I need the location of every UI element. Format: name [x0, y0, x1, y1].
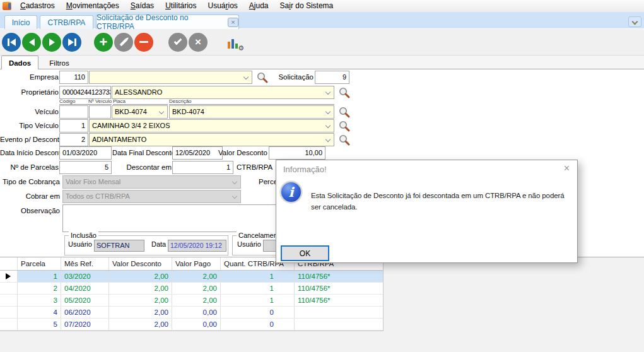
cobrar-em-label: Cobrar em: [0, 190, 60, 203]
tab-close-icon[interactable]: ×: [228, 18, 238, 27]
cancel-button[interactable]: ×: [189, 33, 208, 52]
table-row[interactable]: 3 05/2020 2,00 2,00 1 110/4756*: [0, 295, 383, 307]
tab-dados[interactable]: Dados: [1, 56, 38, 70]
data-final-field[interactable]: 12/05/2020: [172, 146, 223, 160]
evento-label: Evento p/ Desconto: [0, 133, 59, 146]
table-row[interactable]: 1 03/2020 2,00 2,00 1 110/4756*: [0, 271, 383, 283]
tipo-veiculo-search-icon[interactable]: [338, 120, 351, 132]
chevron-down-icon: [243, 74, 249, 79]
delete-button[interactable]: [134, 33, 153, 52]
grid-panel: Parcela Mês Ref. Valor Desconto Valor Pa…: [0, 257, 644, 352]
tab-solicitacao-desconto[interactable]: Solicitação de Desconto no CTRB/RPA ×: [96, 15, 239, 29]
empresa-combo[interactable]: [89, 71, 252, 84]
descontar-em-field[interactable]: 1: [172, 161, 233, 174]
inclusao-group: Inclusão Usuário SOFTRAN Data 12/05/2020…: [64, 235, 228, 255]
observacao-label: Observação: [0, 204, 60, 218]
evento-search-icon[interactable]: [338, 134, 351, 146]
edit-button[interactable]: [114, 33, 133, 52]
placa-column-label: Placa: [113, 98, 168, 105]
first-icon: [8, 38, 9, 46]
placa-combo[interactable]: BKD-4074: [112, 105, 168, 119]
num-parcelas-label: Nº de Parcelas: [0, 161, 59, 174]
descontar-em-label: Descontar em: [112, 161, 172, 174]
row-gutter: [0, 283, 18, 294]
col-parcela[interactable]: Parcela: [18, 257, 61, 270]
tab-overflow-button[interactable]: [628, 16, 641, 27]
grid-gutter-header: [0, 257, 18, 270]
chevron-down-icon: [632, 19, 638, 25]
menu-ajuda[interactable]: Ajuda: [243, 0, 274, 12]
parcelas-grid: Parcela Mês Ref. Valor Desconto Valor Pa…: [0, 257, 383, 331]
table-row[interactable]: 4 06/2020 2,00 0,00 0: [0, 307, 383, 319]
row-gutter: [0, 295, 18, 306]
proprietario-search-icon[interactable]: [338, 86, 351, 99]
tab-filtros[interactable]: Filtros: [40, 56, 79, 69]
tipo-cobranca-combo: Valor Fixo Mensal: [62, 175, 241, 189]
tipo-veiculo-code-field[interactable]: 1: [59, 119, 88, 132]
veiculo-numero-field[interactable]: [89, 105, 111, 119]
descricao-combo[interactable]: BKD-4074: [169, 105, 334, 119]
app-window: Cadastros Movimentações Saídas Utilitári…: [0, 0, 644, 352]
ctrb-rpa-label: CTRB/RPA: [237, 161, 272, 174]
evento-code-field[interactable]: 2: [59, 133, 88, 146]
chevron-down-icon: [325, 123, 331, 128]
table-row[interactable]: 5 07/2020 2,00 0,00 0: [0, 319, 383, 331]
pencil-icon: [120, 38, 128, 46]
dialog-title: Informação!: [283, 165, 327, 174]
col-valor-desconto[interactable]: Valor Desconto: [109, 257, 172, 270]
codigo-column-label: Código: [59, 98, 88, 105]
chevron-down-icon: [325, 137, 331, 142]
report-chart-button[interactable]: ⚙: [226, 33, 243, 51]
tab-ctrb-rpa[interactable]: CTRB/RPA: [40, 15, 93, 29]
data-inicio-label: Data Início Desconto: [0, 146, 59, 160]
empresa-label: Empresa: [0, 71, 59, 84]
col-mes-ref[interactable]: Mês Ref.: [61, 257, 109, 270]
ok-button[interactable]: OK: [281, 245, 329, 261]
proprietario-combo[interactable]: ALESSANDRO: [112, 86, 334, 99]
chevron-down-icon: [159, 109, 164, 114]
num-parcelas-field[interactable]: 5: [59, 161, 112, 174]
chevron-down-icon: [232, 179, 237, 184]
veiculo-codigo-field[interactable]: [59, 105, 88, 119]
last-record-button[interactable]: [62, 33, 81, 52]
page-tabbar: Dados Filtros: [0, 56, 644, 69]
app-icon-stripe: [8, 3, 11, 9]
table-row[interactable]: 2 04/2020 2,00 2,00 1 110/4756*: [0, 283, 383, 295]
x-icon: ×: [195, 33, 201, 51]
menu-saidas[interactable]: Saídas: [125, 0, 160, 12]
chart-bar-icon: [228, 42, 230, 49]
add-button[interactable]: +: [94, 33, 113, 52]
menu-sair-do-sistema[interactable]: Sair do Sistema: [274, 0, 339, 12]
menu-cadastros[interactable]: Cadastros: [15, 0, 61, 12]
inclusao-usuario-field: SOFTRAN: [94, 240, 144, 252]
chevron-down-icon: [232, 194, 237, 199]
proprietario-label: Proprietário: [0, 86, 59, 99]
menu-utilitarios[interactable]: Utilitários: [160, 0, 202, 12]
last-icon: [68, 38, 74, 46]
next-record-button[interactable]: [42, 33, 61, 52]
inclusao-legend: Inclusão: [69, 231, 98, 240]
proprietario-code-field[interactable]: 00004244123733: [59, 86, 111, 99]
veiculo-search-icon[interactable]: [338, 106, 351, 119]
app-icon: [3, 2, 11, 10]
previous-record-button[interactable]: [22, 33, 41, 52]
col-valor-pago[interactable]: Valor Pago: [172, 257, 221, 270]
menu-usuarios[interactable]: Usuários: [202, 0, 243, 12]
dialog-close-icon[interactable]: ×: [564, 163, 570, 174]
first-record-button[interactable]: [2, 33, 21, 52]
valor-desconto-field[interactable]: 10,00: [269, 146, 325, 160]
confirm-button[interactable]: [168, 33, 187, 52]
tab-inicio[interactable]: Início: [4, 15, 37, 29]
cobrar-em-combo: Todos os CTRB/RPA: [62, 190, 241, 203]
valor-desconto-label: Valor Desconto: [218, 146, 266, 160]
info-dialog: Informação! × i Esta Solicitação de Desc…: [276, 160, 578, 263]
tipo-veiculo-combo[interactable]: CAMINHAO 3/4 2 EIXOS: [89, 119, 334, 132]
evento-combo[interactable]: ADIANTAMENTO: [89, 133, 334, 146]
current-row-marker-icon: [6, 273, 11, 279]
menu-movimentacoes[interactable]: Movimentações: [61, 0, 125, 12]
solicitacao-field[interactable]: 9: [315, 71, 349, 84]
cancelamento-usuario-label: Usuário: [237, 240, 261, 248]
data-inicio-field[interactable]: 01/03/2020: [59, 146, 112, 160]
empresa-code-field[interactable]: 110: [59, 71, 88, 84]
tipo-cobranca-label: Tipo de Cobrança: [0, 175, 60, 189]
